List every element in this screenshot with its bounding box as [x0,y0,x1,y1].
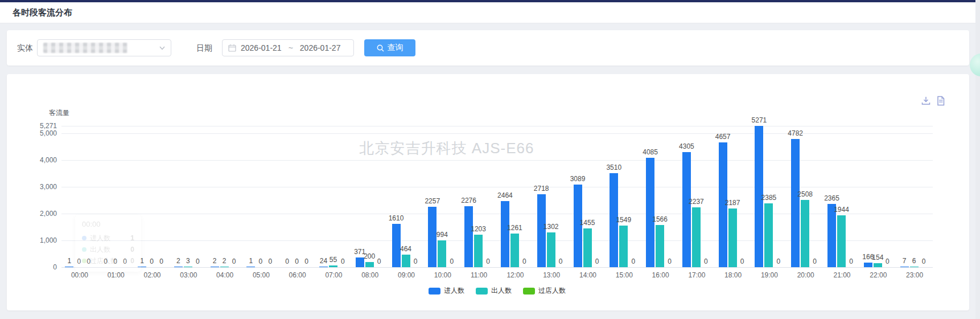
bar-value-label: 2718 [523,185,559,193]
x-tick-label: 00:00 [62,271,97,279]
tooltip-ghost: 00:00 进人数1出人数0过店人数0 [75,215,141,272]
chevron-down-icon [159,46,165,50]
bar-value-label: 2365 [814,194,850,202]
legend-swatch [523,288,535,295]
date-end: 2026-01-27 [300,43,341,52]
legend-label: 进人数 [444,286,464,296]
entity-select-value [43,43,127,53]
entity-select[interactable] [37,39,171,56]
bar[interactable] [65,267,73,267]
bar-value-label: 2385 [751,194,787,202]
gridline [61,160,933,161]
document-export-icon[interactable] [936,96,946,106]
bar-value-label: 3089 [559,175,596,183]
legend-label: 过店人数 [538,286,566,296]
y-tick-label: 5,000 [22,129,57,137]
bar-value-label: 4782 [777,129,814,137]
gridline [61,187,933,187]
x-tick-label: 23:00 [897,271,932,279]
download-icon[interactable] [921,96,931,106]
tooltip-row-label: 进人数 [90,234,110,243]
y-axis-title: 客流量 [49,108,69,118]
x-tick-label: 14:00 [570,271,606,279]
x-tick-label: 22:00 [860,271,896,279]
x-tick-label: 03:00 [171,271,206,279]
vertical-scrollbar[interactable] [975,0,980,319]
watermark: 北京安吉升科技 AJS-E66 [322,138,572,158]
bar-value-label: 1261 [496,224,533,232]
bar-value-label: 4657 [705,133,741,141]
date-start: 2026-01-21 [241,43,282,52]
tooltip-series-dot [82,236,87,240]
bar-value-label: 5271 [741,116,777,124]
bar-value-label: 0 [905,257,942,265]
y-tick-label: 1,000 [22,236,57,244]
query-button[interactable]: 查询 [364,39,415,56]
bar-value-label: 464 [388,245,424,253]
y-tick-label: 4,000 [22,156,57,164]
bar[interactable] [682,152,691,267]
query-button-label: 查询 [388,43,403,53]
legend-item[interactable]: 进人数 [429,286,464,296]
x-tick-label: 04:00 [207,271,242,279]
x-tick-label: 05:00 [244,271,279,279]
bar-value-label: 1203 [460,225,497,233]
bar-value-label: 1455 [569,219,606,227]
bar-value-label: 2464 [487,191,523,199]
x-tick-label: 11:00 [462,271,497,279]
gridline [61,267,933,268]
bar[interactable] [211,267,219,267]
bar[interactable] [319,267,328,267]
tooltip-row: 进人数1 [82,232,134,244]
date-range-input[interactable]: 2026-01-21 ~ 2026-01-27 [222,39,354,56]
x-tick-label: 07:00 [316,271,351,279]
bar[interactable] [537,194,546,267]
legend-swatch [429,288,440,295]
bar-value-label: 2276 [451,197,487,205]
bar[interactable] [246,267,255,267]
tooltip-row-value: 0 [130,246,134,253]
legend-item[interactable]: 过店人数 [523,286,566,296]
date-separator: ~ [286,43,295,52]
tooltip-series-dot [82,247,87,252]
bar[interactable] [646,158,654,267]
bar-value-label: 1302 [533,223,569,231]
bar[interactable] [184,267,192,267]
legend-swatch [476,288,488,295]
calendar-icon [228,44,236,52]
legend-item[interactable]: 出人数 [476,286,512,296]
x-tick-label: 09:00 [389,271,424,279]
x-tick-label: 21:00 [825,271,860,279]
bar-value-label: 3510 [596,163,632,171]
x-tick-label: 10:00 [425,271,460,279]
bar-value-label: 2257 [414,197,451,205]
tooltip-row-value: 0 [130,257,134,265]
bar[interactable] [329,265,337,267]
bar-value-label: 2187 [714,199,751,207]
floating-action-button[interactable] [970,54,980,76]
x-tick-label: 01:00 [98,271,134,279]
bar-value-label: 1610 [378,214,414,222]
x-tick-label: 06:00 [280,271,315,279]
bar[interactable] [220,267,229,267]
tooltip-series-dot [82,259,87,263]
search-icon [377,44,384,52]
bar-value-label: 2237 [678,198,714,206]
date-label: 日期 [196,43,212,54]
bar[interactable] [910,267,919,267]
page-header: 各时段客流分布 [0,2,980,23]
x-tick-label: 08:00 [352,271,388,279]
chart-card: 客流量 北京安吉升科技 AJS-E66 01,0002,0003,0004,00… [7,74,969,310]
chart-legend: 进人数出人数过店人数 [61,286,933,296]
entity-label: 实体 [17,43,33,54]
bar[interactable] [900,267,909,267]
bar-value-label: 1944 [823,206,860,214]
x-tick-label: 12:00 [497,271,533,279]
bar[interactable] [791,139,800,267]
bar-value-label: 1566 [642,215,678,223]
bar[interactable] [174,267,183,267]
x-tick-label: 18:00 [715,271,751,279]
y-tick-label: 2,000 [22,210,57,218]
tooltip-row: 出人数0 [82,244,134,255]
tooltip-row: 过店人数0 [82,255,134,267]
